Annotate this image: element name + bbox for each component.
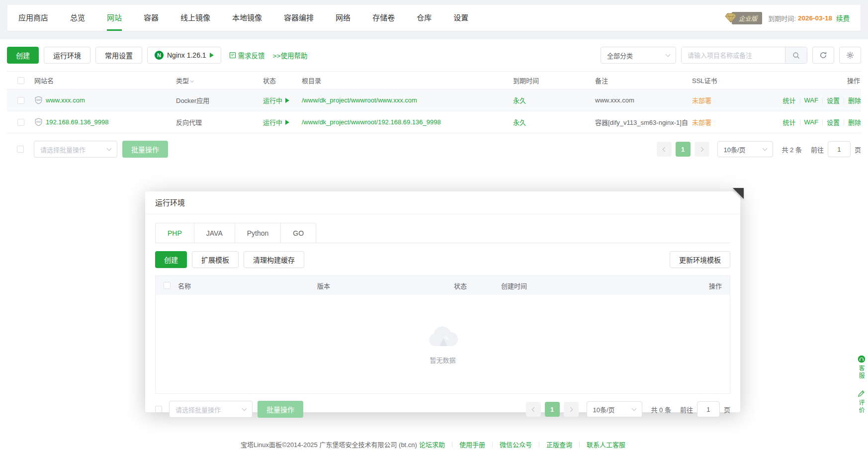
extend-template-button[interactable]: 扩展模板 <box>192 251 239 268</box>
chevron-down-icon <box>631 406 636 411</box>
site-root-link[interactable]: /www/dk_project/wwwroot/www.xxx.com <box>302 96 417 104</box>
env-goto-page-input[interactable] <box>697 401 720 417</box>
next-page-button[interactable] <box>694 142 709 157</box>
site-root-link[interactable]: /www/dk_project/wwwroot/192.168.69.136_9… <box>302 118 441 126</box>
customer-service-widget[interactable]: 客服 <box>857 355 866 380</box>
nav-item-app-store[interactable]: 应用商店 <box>18 5 48 31</box>
col-type[interactable]: 类型 <box>176 76 263 85</box>
column-settings-button[interactable] <box>839 47 861 64</box>
settings-link[interactable]: 设置 <box>827 95 840 105</box>
category-filter-select[interactable]: 全部分类 <box>601 47 676 64</box>
site-type: Docker应用 <box>176 95 263 105</box>
table-row: WAF www.xxx.com Docker应用 运行中 /www/dk_pro… <box>7 90 861 111</box>
site-name-link[interactable]: 192.168.69.136_9998 <box>46 118 109 126</box>
waf-link[interactable]: WAF <box>804 96 818 104</box>
modal-body: PHP JAVA Python GO 创建 扩展模板 清理构建缓存 更新环境模板… <box>145 214 740 418</box>
env-batch-select-all-checkbox[interactable] <box>155 406 162 413</box>
filter-caret-icon <box>190 79 194 83</box>
refresh-button[interactable] <box>812 47 834 64</box>
tab-php[interactable]: PHP <box>155 223 194 243</box>
clean-build-cache-button[interactable]: 清理构建缓存 <box>244 251 304 268</box>
nav-item-settings[interactable]: 设置 <box>453 5 468 31</box>
env-page-size-select[interactable]: 10条/页 <box>587 401 642 417</box>
create-env-button[interactable]: 创建 <box>155 251 187 268</box>
env-batch-apply-button[interactable]: 批量操作 <box>258 401 303 418</box>
footer-link-wechat[interactable]: 微信公众号 <box>500 440 532 449</box>
row-checkbox[interactable] <box>17 119 24 126</box>
runtime-env-button[interactable]: 运行环境 <box>44 47 90 64</box>
batch-select-all-checkbox[interactable] <box>17 146 24 153</box>
search-button[interactable] <box>785 47 807 63</box>
prev-page-button[interactable] <box>657 142 672 157</box>
tab-python[interactable]: Python <box>235 223 281 243</box>
site-status[interactable]: 运行中 <box>263 95 282 105</box>
ssl-status[interactable]: 未部署 <box>692 97 711 104</box>
runtime-env-modal: 运行环境 PHP JAVA Python GO 创建 扩展模板 清理构建缓存 更… <box>145 191 740 412</box>
nav-item-online-images[interactable]: 线上镜像 <box>180 5 210 31</box>
env-goto-label: 前往 <box>680 405 693 414</box>
nav-item-container[interactable]: 容器 <box>144 5 159 31</box>
env-batch-action-select[interactable]: 请选择批量操作 <box>169 401 253 418</box>
env-empty-state: 暂无数据 <box>156 295 730 393</box>
col-ssl: SSL证书 <box>692 76 762 85</box>
env-next-page-button[interactable] <box>564 402 579 417</box>
col-env-status: 状态 <box>454 281 501 290</box>
site-expire: 永久 <box>513 119 526 126</box>
feedback-icon <box>229 52 236 59</box>
delete-link[interactable]: 删除 <box>848 95 861 105</box>
nav-item-registry[interactable]: 仓库 <box>417 5 432 31</box>
settings-link[interactable]: 设置 <box>827 117 840 127</box>
batch-apply-button[interactable]: 批量操作 <box>122 141 168 158</box>
review-label: 评价 <box>857 399 866 414</box>
env-select-all-checkbox[interactable] <box>164 282 171 289</box>
goto-page-input[interactable] <box>828 141 851 157</box>
site-status[interactable]: 运行中 <box>263 117 282 127</box>
waf-link[interactable]: WAF <box>804 118 818 126</box>
stats-link[interactable]: 统计 <box>783 95 796 105</box>
help-link[interactable]: >>使用帮助 <box>273 50 308 60</box>
page-unit-label: 页 <box>855 145 861 154</box>
nav-item-local-images[interactable]: 本地镜像 <box>232 5 262 31</box>
ssl-status[interactable]: 未部署 <box>692 119 711 126</box>
row-checkbox[interactable] <box>17 97 24 104</box>
footer-link-support[interactable]: 联系人工客服 <box>587 440 625 449</box>
renew-link[interactable]: 续费 <box>836 13 850 23</box>
delete-link[interactable]: 删除 <box>848 117 861 127</box>
footer-link-forum[interactable]: 论坛求助 <box>419 440 445 449</box>
page-1-button[interactable]: 1 <box>676 142 691 157</box>
env-table: 名称 版本 状态 创建时间 操作 暂无数据 <box>155 275 730 394</box>
batch-action-select[interactable]: 请选择批量操作 <box>34 141 117 158</box>
site-table: 网站名 类型 状态 根目录 到期时间 备注 SSL证书 操作 WAF www.x… <box>7 71 861 133</box>
footer-link-manual[interactable]: 使用手册 <box>459 440 485 449</box>
site-expire: 永久 <box>513 97 526 104</box>
env-prev-page-button[interactable] <box>526 402 541 417</box>
create-site-button[interactable]: 创建 <box>7 47 39 64</box>
env-page-1-button[interactable]: 1 <box>545 402 560 417</box>
col-env-version: 版本 <box>317 281 454 290</box>
select-all-checkbox[interactable] <box>17 77 24 84</box>
feedback-link[interactable]: 需求反馈 <box>229 50 265 60</box>
footer-link-genuine[interactable]: 正版查询 <box>546 440 572 449</box>
col-env-name: 名称 <box>178 281 317 290</box>
update-env-template-button[interactable]: 更新环境模板 <box>670 251 730 268</box>
nav-item-volumes[interactable]: 存储卷 <box>372 5 395 31</box>
pagination: 1 10条/页 共 2 条 前往 页 <box>657 141 862 157</box>
modal-corner-fold-close[interactable] <box>733 188 744 199</box>
webserver-button[interactable]: N Nginx 1.26.1 <box>147 47 221 64</box>
nav-item-overview[interactable]: 总览 <box>70 5 85 31</box>
site-remark[interactable]: www.xxx.com <box>595 96 692 104</box>
tab-go[interactable]: GO <box>281 223 316 243</box>
review-widget[interactable]: 评价 <box>857 390 866 414</box>
stats-link[interactable]: 统计 <box>783 117 796 127</box>
site-name-link[interactable]: www.xxx.com <box>46 96 85 104</box>
nav-item-website[interactable]: 网站 <box>107 5 122 31</box>
nav-item-compose[interactable]: 容器编排 <box>284 5 314 31</box>
separator <box>579 442 580 448</box>
search-input[interactable] <box>682 47 785 63</box>
nav-item-network[interactable]: 网络 <box>336 5 350 31</box>
tab-java[interactable]: JAVA <box>194 223 235 243</box>
page-size-select[interactable]: 10条/页 <box>717 141 773 157</box>
col-env-created: 创建时间 <box>501 281 690 290</box>
common-settings-button[interactable]: 常用设置 <box>95 47 142 64</box>
site-remark[interactable]: 容器[dify_v113_sm63-nginx-1]自 <box>595 117 692 127</box>
